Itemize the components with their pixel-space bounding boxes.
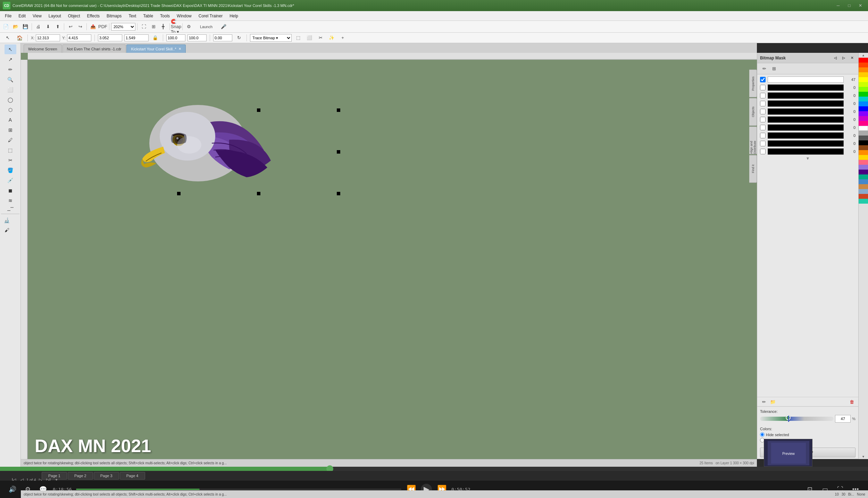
color-dark-gray[interactable] [859, 136, 868, 140]
tool-table[interactable]: ⊞ [5, 125, 16, 135]
mic-btn[interactable]: 🎤 [219, 22, 228, 31]
tool-pick2[interactable]: ↗ [5, 55, 16, 64]
menu-layout[interactable]: Layout [45, 12, 65, 20]
zoom-dropdown[interactable]: 202% 100% 50% [111, 23, 135, 31]
color-brown[interactable] [859, 145, 868, 150]
tool-eyedrop2[interactable]: 🔬 [1, 215, 13, 225]
tool-eyedrop[interactable]: 💉 [5, 175, 16, 185]
color-swatch-9[interactable] [768, 140, 844, 147]
handle-br[interactable] [337, 192, 340, 195]
color-teal[interactable] [859, 97, 868, 101]
rotation-input[interactable] [213, 34, 232, 41]
publish-btn[interactable]: 📤 [89, 22, 98, 31]
color-rose[interactable] [859, 121, 868, 126]
color-swatch-7[interactable] [768, 124, 844, 131]
tool-shape[interactable]: ⬚ [5, 145, 16, 155]
color-black[interactable] [859, 140, 868, 145]
color-orange[interactable] [859, 67, 868, 72]
color-pink[interactable] [859, 160, 868, 165]
page-tab-2[interactable]: Page 2 [68, 472, 93, 480]
save-btn[interactable]: 💾 [21, 22, 30, 31]
color-jade[interactable] [859, 174, 868, 179]
hide-selected-radio[interactable] [760, 432, 765, 437]
color-lime[interactable] [859, 87, 868, 92]
lock-ratio-btn[interactable]: 🔒 [151, 33, 160, 42]
color-dark-blue[interactable] [859, 106, 868, 111]
side-tab-objects[interactable]: Objects [749, 98, 757, 126]
color-check-2[interactable] [760, 85, 766, 90]
trace-bitmap-dropdown[interactable]: Trace Bitmap ▾ [250, 34, 292, 42]
handle-mr[interactable] [337, 150, 340, 154]
y-input[interactable] [67, 34, 91, 41]
volume-btn[interactable]: 🔊 [7, 484, 18, 495]
color-check-9[interactable] [760, 141, 766, 146]
progress-bar[interactable] [0, 467, 868, 471]
tool-pen[interactable]: 🖊 [5, 135, 16, 145]
color-green[interactable] [859, 92, 868, 97]
close-button[interactable]: ✕ [856, 2, 865, 9]
arrow-tool[interactable]: ↖ [3, 33, 12, 42]
guidelines-btn[interactable]: ╋ [159, 22, 168, 31]
color-swatch-1[interactable] [768, 76, 844, 83]
minimize-button[interactable]: ─ [833, 2, 843, 9]
frame-btn[interactable]: ⬚ [294, 33, 303, 42]
color-delete-icon[interactable]: 🗑 [848, 398, 856, 406]
side-tab-properties[interactable]: Properties [749, 70, 757, 97]
undo-btn[interactable]: ↩ [66, 22, 75, 31]
menu-bitmaps[interactable]: Bitmaps [103, 12, 125, 20]
tool-crop[interactable]: ✂ [5, 155, 16, 165]
color-gold[interactable] [859, 155, 868, 160]
scroll-down-icon[interactable]: ▼ [760, 156, 856, 161]
grid-btn[interactable]: ⊞ [149, 22, 158, 31]
color-steel-blue[interactable] [859, 189, 868, 194]
color-swatch-3[interactable] [768, 92, 844, 99]
redo-btn[interactable]: ↪ [76, 22, 85, 31]
home-btn[interactable]: 🏠 [15, 33, 24, 42]
menu-effects[interactable]: Effects [84, 12, 103, 20]
tool-zoom[interactable]: 🔍 [5, 75, 16, 84]
color-check-4[interactable] [760, 101, 766, 106]
add-layer-btn[interactable]: + [338, 33, 347, 42]
tab-welcome[interactable]: Welcome Screen [24, 44, 62, 53]
import-btn[interactable]: ⬇ [43, 22, 52, 31]
color-check-3[interactable] [760, 93, 766, 98]
maximize-button[interactable]: □ [844, 2, 854, 9]
print-btn[interactable]: 🖨 [34, 22, 43, 31]
mini-progress[interactable] [76, 489, 401, 490]
tool-checkerboard[interactable] [7, 206, 14, 212]
color-swatch-8[interactable] [768, 132, 844, 139]
menu-object[interactable]: Object [65, 12, 84, 20]
tool-freehand[interactable]: ✏ [5, 65, 16, 74]
color-yellow-green[interactable] [859, 82, 868, 87]
color-amber[interactable] [859, 72, 868, 77]
height-input[interactable] [124, 34, 149, 41]
tool-text[interactable]: A [5, 115, 16, 125]
menu-edit[interactable]: Edit [15, 12, 29, 20]
color-check-5[interactable] [760, 109, 766, 114]
color-swatch-4[interactable] [768, 100, 844, 107]
color-purple[interactable] [859, 111, 868, 116]
panel-next-btn[interactable]: ▷ [840, 55, 847, 62]
color-swatch-2[interactable] [768, 84, 844, 91]
color-check-1[interactable] [760, 77, 766, 82]
pdf-btn[interactable]: PDF [98, 22, 107, 31]
color-pencil-icon[interactable]: ✏ [760, 398, 768, 406]
color-indigo[interactable] [859, 170, 868, 174]
color-red[interactable] [859, 58, 868, 63]
full-screen-btn[interactable]: ⛶ [139, 22, 148, 31]
menu-file[interactable]: File [1, 12, 15, 20]
tab-kickstart[interactable]: Kickstart Your Corel Skill..* ✕ [126, 44, 185, 53]
width-input[interactable] [98, 34, 122, 41]
rect-frame-btn[interactable]: ⬜ [305, 33, 314, 42]
bm-table-btn[interactable]: ⊞ [770, 65, 778, 73]
color-check-8[interactable] [760, 133, 766, 138]
menu-text[interactable]: Text [125, 12, 140, 20]
canvas-inner[interactable]: ✕ [28, 60, 757, 467]
height2-input[interactable] [187, 34, 207, 41]
color-sienna[interactable] [859, 184, 868, 189]
color-dark-orange[interactable] [859, 150, 868, 155]
tool-rect[interactable]: ⬜ [5, 85, 16, 95]
open-btn[interactable]: 📂 [11, 22, 20, 31]
menu-table[interactable]: Table [140, 12, 157, 20]
tab-close-icon[interactable]: ✕ [178, 47, 181, 51]
